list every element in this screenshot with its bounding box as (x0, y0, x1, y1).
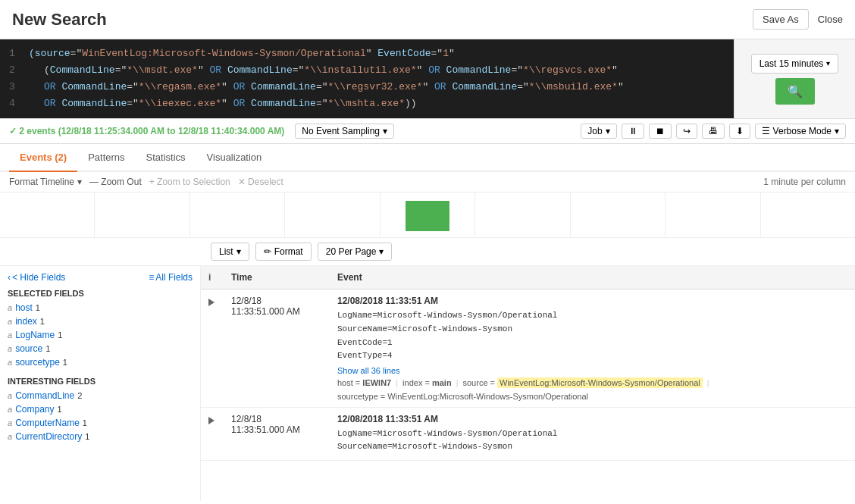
search-toolbar: ✓ 2 events (12/8/18 11:25:34.000 AM to 1… (0, 119, 855, 144)
show-all-lines-button[interactable]: Show all 36 lines (337, 366, 847, 375)
field-count: 2 (77, 391, 82, 400)
event-date: 12/8/18 (231, 414, 330, 424)
tag-host[interactable]: host = IEWIN7 (337, 378, 391, 387)
field-name[interactable]: source (15, 343, 42, 354)
zoom-out-label: — Zoom Out (89, 177, 142, 187)
deselect-button[interactable]: ✕ Deselect (238, 177, 283, 187)
tag-source[interactable]: source = WinEventLog:Microsoft-Windows-S… (462, 378, 702, 387)
tag-index[interactable]: index = main (402, 378, 452, 387)
event-detail-line: EventType=4 (337, 349, 847, 363)
row-expand-button[interactable] (208, 415, 224, 427)
field-commandline[interactable]: a CommandLine 2 (8, 389, 193, 402)
all-fields-label: All Fields (155, 272, 193, 283)
selected-fields-section: SELECTED FIELDS a host 1 a index 1 a Log… (8, 289, 193, 369)
per-page-button[interactable]: 20 Per Page ▾ (318, 243, 393, 261)
event-time: 11:33:51.000 AM (231, 424, 330, 435)
share-button[interactable]: ↪ (676, 124, 697, 139)
field-name[interactable]: ComputerName (15, 418, 80, 428)
row-expand-button[interactable] (208, 297, 224, 308)
verbose-mode-button[interactable]: ☰ Verbose Mode ▾ (755, 124, 846, 139)
time-range-button[interactable]: Last 15 minutes ▾ (751, 54, 839, 74)
td-event: 12/08/2018 11:33:51 AM LogName=Microsoft… (337, 296, 847, 400)
tab-patterns[interactable]: Patterns (77, 144, 135, 172)
field-count: 1 (36, 303, 40, 312)
job-chevron-icon: ▾ (606, 126, 610, 136)
search-button[interactable]: 🔍 (775, 78, 815, 105)
zoom-selection-label: + Zoom to Selection (149, 177, 230, 187)
field-type-icon: a (8, 303, 12, 312)
field-name[interactable]: LogName (15, 330, 55, 340)
search-bar: 1 (source="WinEventLog:Microsoft-Windows… (0, 39, 855, 119)
code-line-2: 2 (CommandLine="*\\msdt.exe*" OR Command… (9, 62, 725, 79)
tabs-bar: Events (2) Patterns Statistics Visualiza… (0, 144, 855, 172)
field-source[interactable]: a source 1 (8, 342, 193, 355)
tab-visualization[interactable]: Visualization (196, 144, 273, 172)
tag-separator: | (396, 378, 398, 387)
field-name[interactable]: Company (15, 404, 54, 415)
zoom-selection-button[interactable]: + Zoom to Selection (149, 177, 230, 187)
tag-separator: | (456, 378, 459, 387)
header-actions: Save As Close (753, 9, 843, 30)
result-count: ✓ 2 events (12/8/18 11:25:34.000 AM to 1… (9, 126, 284, 136)
tag-separator: | (707, 378, 709, 387)
field-count: 1 (85, 432, 89, 441)
code-text: (source="WinEventLog:Microsoft-Windows-S… (29, 45, 455, 62)
field-count: 1 (63, 358, 67, 367)
all-fields-button[interactable]: ≡ All Fields (149, 272, 193, 283)
interesting-fields-title: INTERESTING FIELDS (8, 377, 193, 386)
expand-arrow-icon (208, 417, 215, 424)
field-host[interactable]: a host 1 (8, 301, 193, 315)
field-computername[interactable]: a ComputerName 1 (8, 416, 193, 430)
field-count: 1 (45, 344, 50, 353)
field-name[interactable]: host (15, 302, 33, 313)
field-type-icon: a (8, 358, 12, 367)
close-button[interactable]: Close (818, 14, 843, 25)
deselect-label: ✕ Deselect (238, 177, 283, 187)
stop-button[interactable]: ⏹ (649, 124, 672, 139)
line-number: 2 (9, 62, 20, 79)
format-button[interactable]: ✏ Format (255, 243, 312, 261)
timeline-toolbar: Format Timeline ▾ — Zoom Out + Zoom to S… (0, 172, 855, 193)
tag-sourcetype[interactable]: sourcetype = WinEventLog:Microsoft-Windo… (337, 392, 588, 401)
pause-button[interactable]: ⏸ (622, 124, 644, 139)
sidebar-header: ‹ < Hide Fields ≡ All Fields (8, 272, 193, 283)
field-name[interactable]: CommandLine (15, 390, 74, 401)
field-type-icon: a (8, 405, 12, 414)
export-button[interactable]: ⬇ (729, 124, 750, 139)
field-company[interactable]: a Company 1 (8, 402, 193, 416)
table-row: 12/8/18 11:33:51.000 AM 12/08/2018 11:33… (201, 408, 855, 461)
field-currentdirectory[interactable]: a CurrentDirectory 1 (8, 430, 193, 443)
save-as-button[interactable]: Save As (753, 9, 809, 30)
hide-fields-label: < Hide Fields (12, 272, 65, 283)
results-table: i Time Event 12/8/18 11:33:51.000 AM 12/… (201, 266, 855, 501)
verbose-label: Verbose Mode (773, 126, 832, 136)
header: New Search Save As Close (0, 0, 855, 39)
hide-fields-chevron-icon: ‹ (8, 272, 11, 283)
line-number: 3 (9, 79, 20, 95)
zoom-out-button[interactable]: — Zoom Out (89, 177, 142, 187)
tab-events[interactable]: Events (2) (9, 144, 77, 172)
job-button[interactable]: Job ▾ (581, 124, 616, 139)
tab-statistics[interactable]: Statistics (136, 144, 196, 172)
list-view-button[interactable]: List ▾ (211, 243, 249, 261)
field-index[interactable]: a index 1 (8, 315, 193, 328)
code-line-1: 1 (source="WinEventLog:Microsoft-Windows… (9, 45, 725, 62)
all-fields-icon: ≡ (149, 272, 154, 283)
verbose-icon: ☰ (762, 126, 770, 136)
hide-fields-button[interactable]: ‹ < Hide Fields (8, 272, 65, 283)
code-text: (CommandLine="*\\msdt.exe*" OR CommandLi… (29, 62, 618, 79)
sampling-button[interactable]: No Event Sampling ▾ (295, 124, 394, 139)
format-label: Format (274, 246, 303, 257)
field-name[interactable]: sourcetype (15, 357, 60, 368)
print-button[interactable]: 🖶 (702, 124, 725, 139)
code-editor[interactable]: 1 (source="WinEventLog:Microsoft-Windows… (0, 39, 734, 118)
format-timeline-button[interactable]: Format Timeline ▾ (9, 177, 82, 187)
field-sourcetype[interactable]: a sourcetype 1 (8, 355, 193, 369)
selected-fields-title: SELECTED FIELDS (8, 289, 193, 298)
verbose-chevron-icon: ▾ (835, 126, 839, 136)
field-name[interactable]: index (15, 316, 37, 327)
event-time: 11:33:51.000 AM (231, 306, 330, 317)
expand-arrow-icon (208, 299, 215, 306)
field-logname[interactable]: a LogName 1 (8, 328, 193, 342)
field-name[interactable]: CurrentDirectory (15, 431, 82, 442)
